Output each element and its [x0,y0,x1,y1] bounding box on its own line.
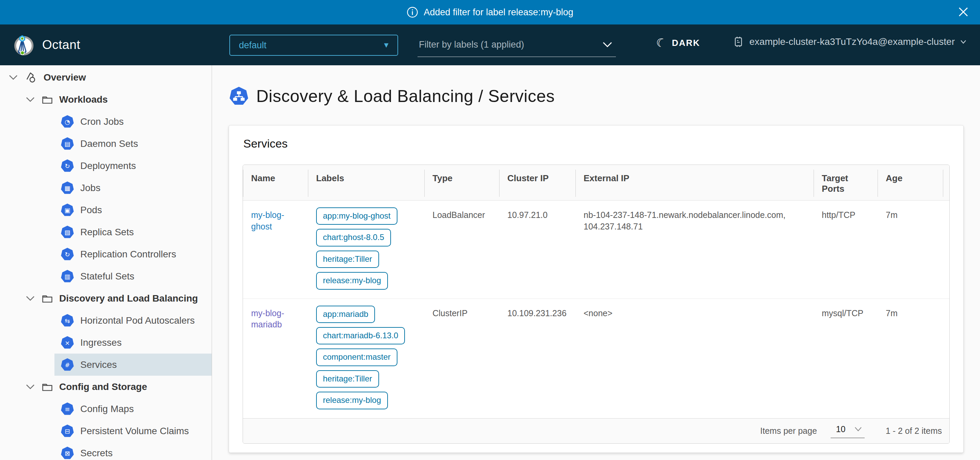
sidebar-item-label: Cron Jobs [80,116,124,127]
info-icon [407,6,418,18]
type-cell: LoadBalancer [424,201,499,298]
folder-icon [41,381,53,393]
sidebar-item[interactable]: ⊠ Secrets [54,442,212,460]
page-size-select[interactable]: 10 [830,424,865,438]
brand: Octant [13,24,80,65]
sidebar-item[interactable]: ▥ Stateful Sets [54,265,212,287]
svg-text:▥: ▥ [64,273,70,280]
label-badge[interactable]: chart:ghost-8.0.5 [316,229,391,246]
label-badge[interactable]: app:my-blog-ghost [316,208,398,225]
sidebar-item-overview[interactable]: Overview [0,66,212,89]
chevron-down-icon[interactable] [25,97,35,103]
sidebar-item[interactable]: ≡ Config Maps [54,398,212,420]
theme-toggle-button[interactable]: ☾ DARK [656,36,700,50]
svg-text:▦: ▦ [64,185,70,192]
octant-logo [13,34,34,56]
banner-message: Added filter for label release:my-blog [424,7,573,18]
kubernetes-resource-icon: # [60,358,74,371]
table-row: my-blog-ghost app:my-blog-ghostchart:gho… [243,200,950,298]
service-icon [229,86,249,106]
sidebar-item-label: Stateful Sets [80,271,134,282]
cluster-context-text: example-cluster-ka3TuTzYo4a@example-clus… [749,36,955,47]
column-header: Labels [308,165,424,200]
sidebar-group-label: Discovery and Load Balancing [59,293,198,304]
kubernetes-resource-icon: ⊟ [60,424,74,438]
service-name-link[interactable]: my-blog-ghost [251,210,284,231]
label-filter-text: Filter by labels (1 applied) [419,40,524,50]
chevron-down-icon[interactable] [8,75,18,81]
main-content: Discovery & Load Balancing / Services Se… [212,65,980,460]
external-ip-cell: <none> [576,299,814,418]
sidebar-group-label: Config and Storage [59,381,147,392]
svg-text:◔: ◔ [65,118,70,125]
label-badge[interactable]: app:mariadb [316,306,375,323]
sidebar-item[interactable]: ▣ Pods [54,199,212,221]
sidebar-item[interactable]: ↻ Deployments [54,155,212,177]
svg-text:▣: ▣ [64,207,70,214]
chevron-down-icon[interactable] [25,295,35,301]
namespace-dropdown[interactable]: default ▼ [229,35,398,56]
svg-text:▤: ▤ [64,140,70,148]
close-icon[interactable] [956,5,970,19]
column-header: Age [878,165,950,200]
sidebar-item-label: Config Maps [80,404,134,414]
cluster-context-selector[interactable]: example-cluster-ka3TuTzYo4a@example-clus… [733,36,966,48]
svg-text:⊠: ⊠ [65,450,70,457]
sidebar-item-label: Pods [80,205,102,216]
sidebar-group[interactable]: Discovery and Load Balancing [0,287,212,309]
sidebar-item-label: Replica Sets [80,227,134,238]
kubernetes-resource-icon: ≡ [60,402,74,416]
page-title: Discovery & Load Balancing / Services [256,86,555,106]
sidebar-item[interactable]: ↻ Replication Controllers [54,243,212,265]
app-header: Octant default ▼ Filter by labels (1 app… [0,24,980,65]
theme-toggle-label: DARK [672,38,700,48]
notification-banner: Added filter for label release:my-blog [0,0,980,24]
column-header: Target Ports [814,165,878,200]
kubernetes-resource-icon: ▥ [60,270,74,283]
label-badge[interactable]: release:my-blog [316,392,388,409]
chevron-down-icon [960,40,966,44]
svg-text:⇆: ⇆ [65,317,70,324]
card-title: Services [243,137,950,150]
sidebar-item[interactable]: ⇆ Horizontal Pod Autoscalers [54,309,212,332]
sidebar-item[interactable]: ▦ Jobs [54,177,212,199]
sidebar-item[interactable]: ▧ Replica Sets [54,221,212,243]
cluster-ip-cell: 10.109.231.236 [499,299,576,418]
age-cell: 7m [878,299,950,418]
pagination-bar: Items per page 10 1 - 2 of 2 items [243,418,950,443]
chevron-down-icon [602,41,612,48]
label-badge[interactable]: chart:mariadb-6.13.0 [316,327,405,344]
sidebar-item[interactable]: ▤ Daemon Sets [54,133,212,155]
svg-text:≡: ≡ [65,406,70,413]
label-badge[interactable]: component:master [316,349,398,366]
sidebar-item[interactable]: × Ingresses [54,332,212,354]
moon-icon: ☾ [654,35,669,51]
kubernetes-resource-icon: ↻ [60,247,74,261]
sidebar-item[interactable]: # Services [54,354,212,376]
sidebar-item-label: Ingresses [80,337,121,348]
sidebar-item-label: Secrets [80,448,113,458]
chevron-down-icon[interactable] [25,384,35,390]
caret-down-icon: ▼ [382,41,390,50]
table-header-row: NameLabelsTypeCluster IPExternal IPTarge… [243,165,950,200]
column-header: Cluster IP [499,165,576,200]
label-badge[interactable]: heritage:Tiller [316,370,379,388]
external-ip-cell: nb-104-237-148-71.newark.nodebalancer.li… [576,201,814,298]
page-title-row: Discovery & Load Balancing / Services [229,86,980,106]
name-cell: my-blog-ghost [243,201,308,298]
cluster-icon [733,36,744,48]
namespace-value: default [239,40,266,51]
cluster-ip-cell: 10.97.21.0 [499,201,576,298]
label-badge[interactable]: heritage:Tiller [316,251,379,268]
sidebar-group[interactable]: Config and Storage [0,376,212,398]
service-name-link[interactable]: my-blog-mariadb [251,308,284,330]
label-badge[interactable]: release:my-blog [316,272,388,289]
label-filter-dropdown[interactable]: Filter by labels (1 applied) [417,35,616,57]
kubernetes-resource-icon: ▦ [60,181,74,195]
svg-text:#: # [65,362,70,368]
sidebar-item[interactable]: ⊟ Persistent Volume Claims [54,420,212,442]
sidebar: Overview Workloads ◔ Cron Jobs [0,65,212,460]
svg-text:▧: ▧ [64,229,70,236]
sidebar-item[interactable]: ◔ Cron Jobs [54,111,212,133]
sidebar-group[interactable]: Workloads [0,89,212,111]
